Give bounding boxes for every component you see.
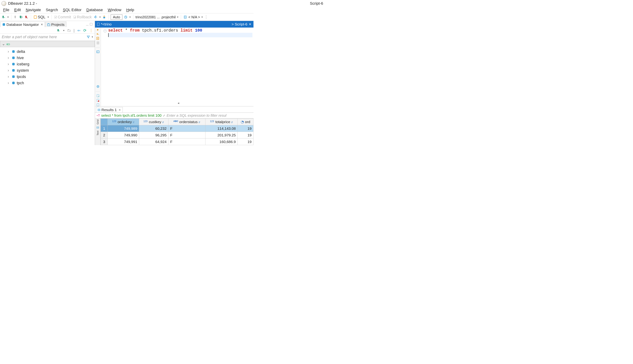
cell[interactable]: 19 xyxy=(238,125,253,132)
results-filter-input[interactable]: Enter a SQL expression to filter resul xyxy=(167,113,226,118)
results-view-text[interactable]: Text xyxy=(96,130,100,136)
editor-settings-icon[interactable] xyxy=(96,85,100,88)
show-output-icon[interactable]: >_ xyxy=(97,50,99,53)
disconnect-button[interactable] xyxy=(24,15,29,19)
rollback-button[interactable]: Rollback xyxy=(73,14,92,20)
close-results-icon[interactable]: ✕ xyxy=(119,108,121,112)
cell[interactable]: F xyxy=(168,125,205,132)
cell[interactable]: 19 xyxy=(238,132,253,138)
tree-item-tpcds[interactable]: › tpcds xyxy=(0,74,95,80)
menu-window[interactable]: Window xyxy=(108,8,121,12)
cell[interactable]: 201,979.25 xyxy=(205,132,238,138)
table-row[interactable]: 1 749,989 60,232 F 114,143.08 19 xyxy=(101,125,253,132)
commit-button[interactable]: Commit xyxy=(54,14,72,20)
menu-sql-editor[interactable]: SQL Editor xyxy=(63,8,82,12)
execute-statement-icon[interactable] xyxy=(97,28,99,31)
col-orderkey[interactable]: 123 orderkey⇵ xyxy=(108,118,139,125)
cell[interactable]: 19 xyxy=(238,138,253,145)
expand-filter-icon[interactable]: ⤢ xyxy=(163,114,165,117)
lock-icon[interactable] xyxy=(102,15,106,19)
col-ord[interactable]: ◔ ord xyxy=(238,118,253,125)
schema-selector[interactable]: < N/A > xyxy=(188,15,200,19)
connection-selector-dropdown[interactable]: ▼ xyxy=(177,16,179,18)
new-folder-icon[interactable]: + xyxy=(68,29,71,32)
expand-icon[interactable]: › xyxy=(8,62,10,66)
transaction-mode-button[interactable] xyxy=(93,15,98,19)
editor-tab-script[interactable]: *<trino > Script-6 ✕ xyxy=(95,21,253,28)
autocommit-toggle[interactable]: Auto xyxy=(111,14,122,20)
load-script-icon[interactable] xyxy=(97,104,99,106)
expand-icon[interactable]: › xyxy=(8,68,10,73)
col-orderstatus[interactable]: ABC orderstatus⇵ xyxy=(168,118,205,125)
tree-root[interactable]: ⌄ xyxy=(0,41,95,47)
cell[interactable]: 160,686.9 xyxy=(205,138,238,145)
cell[interactable]: F xyxy=(168,138,205,145)
sql-editor-button[interactable]: SQL xyxy=(33,14,46,20)
filter-icon[interactable] xyxy=(87,36,90,38)
minimize-view-icon[interactable] xyxy=(86,23,89,26)
explain-plan-icon[interactable] xyxy=(97,42,99,44)
sql-editor[interactable]: − select * from tpch.sf1.orders limit 10… xyxy=(101,28,253,106)
table-row[interactable]: 3 749,991 64,924 F 160,686.9 19 xyxy=(101,138,253,145)
filter-dropdown[interactable]: ▼ xyxy=(91,36,93,38)
tree-item-system[interactable]: › system xyxy=(0,67,95,74)
results-table[interactable]: 123 orderkey⇵ 123 custkey⇵ ABC orderstat… xyxy=(101,118,253,145)
tab-projects[interactable]: Projects xyxy=(45,22,67,27)
navigator-filter-input[interactable] xyxy=(2,34,85,40)
fold-icon[interactable]: − xyxy=(104,29,107,32)
expand-icon[interactable]: › xyxy=(8,81,10,85)
collapse-icon[interactable]: ⇐ xyxy=(77,28,81,33)
transaction-mode-dropdown[interactable]: ▼ xyxy=(99,16,101,18)
execute-script-icon[interactable]: + xyxy=(97,33,99,35)
cell[interactable]: F xyxy=(168,132,205,138)
close-editor-icon[interactable]: ✕ xyxy=(249,22,251,26)
refresh-icon[interactable]: ⟳ xyxy=(83,28,86,33)
schema-selector-dropdown[interactable]: ▼ xyxy=(201,16,203,18)
new-connection-button[interactable]: + xyxy=(2,15,6,19)
new-connection-small-icon[interactable]: + xyxy=(57,29,60,32)
tree-item-iceberg[interactable]: › iceberg xyxy=(0,61,95,67)
menu-database[interactable]: Database xyxy=(86,8,103,12)
expand-icon[interactable]: › xyxy=(8,74,10,79)
execute-in-new-tab-icon[interactable] xyxy=(97,37,99,40)
transaction-log-dropdown[interactable]: ▼ xyxy=(129,16,131,18)
col-custkey[interactable]: 123 custkey⇵ xyxy=(139,118,168,125)
connect-button[interactable] xyxy=(14,15,18,19)
menu-search[interactable]: Search xyxy=(46,8,58,12)
tree-item-tpch[interactable]: › tpch xyxy=(0,80,95,86)
tree-item-delta[interactable]: › delta xyxy=(0,48,95,55)
link-editor-icon[interactable]: ⋮ xyxy=(89,28,93,33)
menu-edit[interactable]: Edit xyxy=(14,8,21,12)
cell[interactable]: 96,295 xyxy=(139,132,168,138)
sql-editor-dropdown[interactable]: ▼ xyxy=(47,16,49,18)
new-script-icon[interactable]: + xyxy=(97,94,99,97)
cell[interactable]: 114,143.08 xyxy=(205,125,238,132)
close-tab-icon[interactable]: ✕ xyxy=(41,23,43,26)
reconnect-button[interactable] xyxy=(19,15,23,19)
new-connection-small-dropdown[interactable]: ▼ xyxy=(63,29,65,32)
menu-file[interactable]: File xyxy=(3,8,9,12)
cell[interactable]: 60,232 xyxy=(139,125,168,132)
maximize-view-icon[interactable] xyxy=(90,23,92,26)
tab-database-navigator[interactable]: Database Navigator ✕ xyxy=(0,22,45,27)
new-connection-dropdown[interactable]: ▼ xyxy=(7,16,9,18)
cell[interactable]: 749,990 xyxy=(108,132,139,138)
transaction-log-button[interactable] xyxy=(123,15,128,19)
table-row[interactable]: 2 749,990 96,295 F 201,979.25 19 xyxy=(101,132,253,138)
save-error-icon[interactable] xyxy=(97,99,99,102)
col-totalprice[interactable]: 123 totalprice⇵ xyxy=(205,118,238,125)
cell[interactable]: 749,989 xyxy=(108,125,139,132)
tree-item-hive[interactable]: › hive xyxy=(0,55,95,61)
expand-icon[interactable]: › xyxy=(8,56,10,60)
menu-navigate[interactable]: Navigate xyxy=(26,8,41,12)
grid-view-icon[interactable] xyxy=(97,126,99,130)
menu-help[interactable]: Help xyxy=(126,8,134,12)
cell[interactable]: 64,924 xyxy=(139,138,168,145)
cell[interactable]: 749,991 xyxy=(108,138,139,145)
results-view-grid[interactable]: Grid xyxy=(96,118,100,126)
scroll-left-icon[interactable]: ◂ xyxy=(177,101,180,106)
row-number-header[interactable] xyxy=(101,118,108,125)
expand-icon[interactable]: › xyxy=(8,49,10,54)
results-tab[interactable]: Results 1 ✕ xyxy=(96,107,123,112)
connection-selector[interactable]: trino2022081 ... .projecthil xyxy=(135,15,176,19)
